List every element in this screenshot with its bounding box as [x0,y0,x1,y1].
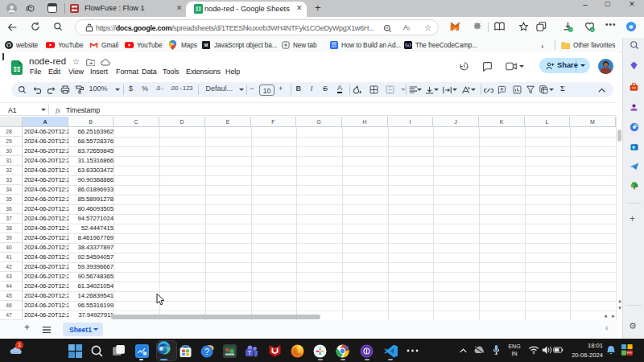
svg-text:FRI: FRI [627,351,632,355]
svg-text:M: M [204,43,208,47]
svg-text:T: T [248,349,252,356]
svg-text:?: ? [204,348,209,356]
